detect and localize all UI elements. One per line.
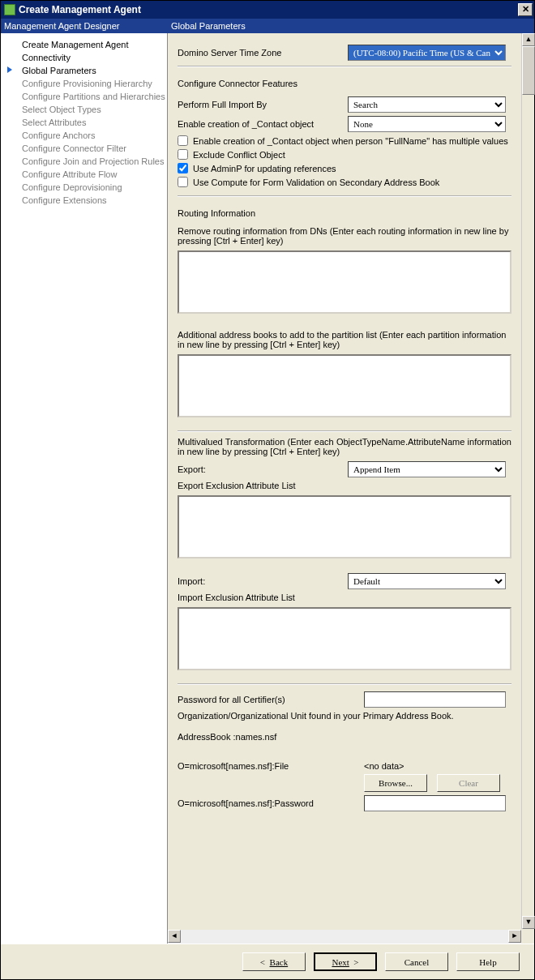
close-button[interactable]: ✕ [518,3,533,16]
certifier-password-label: Password for all Certifier(s) [178,695,364,704]
window-title: Create Management Agent [19,4,141,15]
full-import-select[interactable]: Search [348,96,506,113]
export-exclusion-label: Export Exclusion Attribute List [178,481,511,490]
timezone-select[interactable]: (UTC-08:00) Pacific Time (US & Can [348,45,506,61]
vertical-scrollbar[interactable]: ▲ ▼ [521,33,534,929]
help-button[interactable]: Help [456,952,520,971]
wizard-sidebar: Create Management Agent Connectivity Glo… [1,33,168,944]
main-panel: Domino Server Time Zone (UTC-08:00) Paci… [168,33,534,944]
form-scroll-area: Domino Server Time Zone (UTC-08:00) Paci… [168,33,521,929]
titlebar: Create Management Agent ✕ [1,1,534,19]
sidebar-item-connector-filter: Configure Connector Filter [1,142,167,155]
export-select[interactable]: Append Item [348,461,506,477]
addressbooks-desc: Additional address books to add to the p… [178,330,511,349]
scroll-down-icon[interactable]: ▼ [522,916,535,929]
sidebar-item-create-ma[interactable]: Create Management Agent [1,38,167,51]
import-exclusion-textarea[interactable] [178,607,511,670]
chk-exclude-conflict[interactable] [178,149,188,160]
sidebar-item-object-types: Select Object Types [1,103,167,116]
horizontal-scrollbar[interactable]: ◄ ► [168,930,521,944]
app-icon [4,4,15,15]
sidebar-item-attribute-flow: Configure Attribute Flow [1,168,167,181]
cert-file-value: <no data> [364,761,404,771]
import-exclusion-label: Import Exclusion Attribute List [178,593,511,602]
routing-textarea[interactable] [178,250,511,314]
chk-exclude-conflict-label: Exclude Conflict Object [193,150,285,160]
export-label: Export: [178,464,348,474]
sidebar-item-connectivity[interactable]: Connectivity [1,51,167,64]
next-button[interactable]: Next > [314,952,377,971]
cert-password-input[interactable] [364,795,506,811]
scroll-up-icon[interactable]: ▲ [522,33,535,46]
chk-compute-form[interactable] [178,177,188,187]
multivalued-desc: Multivalued Transformation (Enter each O… [178,437,511,456]
scroll-right-icon[interactable]: ► [508,930,521,943]
header-right: Global Parameters [168,19,534,33]
column-headers: Management Agent Designer Global Paramet… [1,19,534,33]
import-label: Import: [178,576,348,586]
routing-desc: Remove routing information from DNs (Ent… [178,226,511,246]
scroll-left-icon[interactable]: ◄ [168,930,181,943]
org-unit-desc: Organization/Organizational Unit found i… [178,711,511,721]
chk-contact-multivalue-label: Enable creation of _Contact object when … [193,136,508,146]
sidebar-item-extensions: Configure Extensions [1,194,167,207]
enable-contact-select[interactable]: None [348,116,506,132]
addressbooks-textarea[interactable] [178,354,511,417]
chk-compute-form-label: Use Compute for Form Validation on Secon… [193,178,439,187]
routing-section-label: Routing Information [178,208,511,218]
sidebar-item-join-projection: Configure Join and Projection Rules [1,155,167,168]
export-exclusion-textarea[interactable] [178,495,511,558]
scroll-thumb[interactable] [522,46,535,95]
sidebar-item-prov-hierarchy: Configure Provisioning Hierarchy [1,77,167,90]
addressbook-line: AddressBook :names.nsf [178,732,511,742]
sidebar-item-deprovisioning: Configure Deprovisioning [1,181,167,194]
sidebar-item-global-parameters[interactable]: Global Parameters [1,64,167,77]
dialog-window: Create Management Agent ✕ Management Age… [0,0,535,980]
timezone-label: Domino Server Time Zone [178,48,348,58]
header-left: Management Agent Designer [1,19,168,33]
enable-contact-label: Enable creation of _Contact object [178,119,348,129]
sidebar-item-anchors: Configure Anchors [1,129,167,142]
cert-password-label: O=microsoft[names.nsf]:Password [178,798,364,808]
sidebar-item-attributes: Select Attributes [1,116,167,129]
full-import-label: Perform Full Import By [178,100,348,109]
cert-file-label: O=microsoft[names.nsf]:File [178,761,364,771]
scroll-corner [521,930,534,944]
chk-use-adminp[interactable] [178,163,188,173]
clear-button[interactable]: Clear [437,774,500,792]
chk-contact-multivalue[interactable] [178,135,188,146]
certifier-password-input[interactable] [364,691,506,708]
connector-features-label: Configure Connector Features [178,79,511,88]
browse-button[interactable]: Browse... [364,774,427,792]
chk-use-adminp-label: Use AdminP for updating references [193,164,336,173]
cancel-button[interactable]: Cancel [385,952,448,971]
import-select[interactable]: Default [348,573,506,589]
dialog-footer: < Back Next > Cancel Help [1,944,534,979]
back-button[interactable]: < Back [242,952,306,971]
sidebar-item-partitions: Configure Partitions and Hierarchies [1,90,167,103]
